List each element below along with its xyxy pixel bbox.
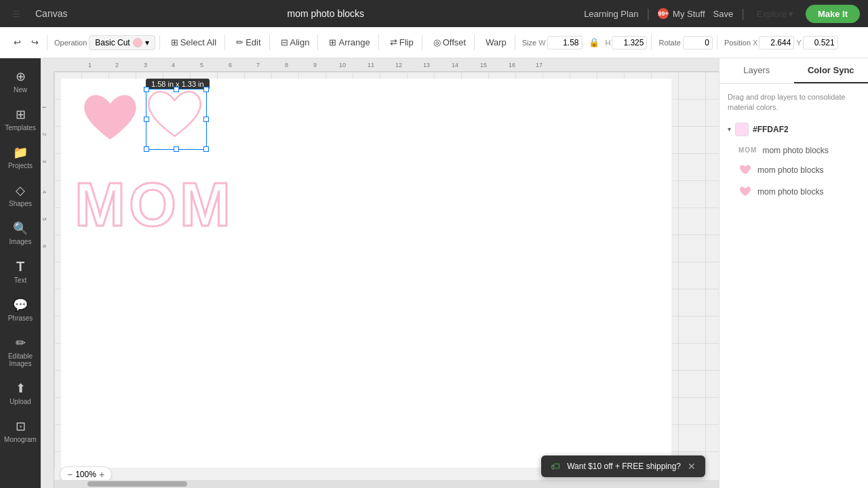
sidebar-item-text[interactable]: T Text bbox=[3, 253, 38, 289]
arrange-button[interactable]: ⊞ Arrange bbox=[325, 35, 374, 50]
flip-icon: ⇄ bbox=[390, 37, 397, 47]
selection-handle-bm[interactable] bbox=[174, 146, 179, 152]
tab-color-sync[interactable]: Color Sync bbox=[794, 58, 869, 83]
rotate-section: Rotate bbox=[654, 36, 717, 49]
edit-button[interactable]: ✏ Edit bbox=[232, 35, 264, 50]
document-title: mom photo blocks bbox=[78, 8, 573, 19]
width-label: W bbox=[538, 39, 545, 47]
monogram-icon: ⊡ bbox=[16, 419, 26, 434]
height-group: H bbox=[606, 36, 648, 49]
canvas-viewport[interactable]: 1.58 in x 1.33 in bbox=[54, 72, 719, 468]
canvas-area[interactable]: 1 2 3 4 5 6 7 8 9 10 11 12 13 14 15 16 1… bbox=[41, 58, 719, 488]
flip-button[interactable]: ⇄ Flip bbox=[386, 35, 418, 50]
phrases-icon: 💬 bbox=[13, 298, 28, 312]
horizontal-scrollbar[interactable] bbox=[54, 480, 719, 488]
sidebar-item-shapes[interactable]: ◇ Shapes bbox=[3, 178, 38, 213]
align-label: Align bbox=[290, 37, 310, 47]
chevron-down-icon: ▾ bbox=[728, 125, 731, 133]
my-stuff-button[interactable]: 99+ My Stuff bbox=[658, 8, 705, 19]
y-label: Y bbox=[796, 39, 801, 47]
sidebar-label-templates: Templates bbox=[5, 124, 36, 131]
explore-button[interactable]: Explore ▾ bbox=[753, 6, 797, 22]
color-group-swatch bbox=[735, 123, 749, 136]
menu-button[interactable]: ☰ bbox=[8, 6, 24, 22]
offset-button[interactable]: ◎ Offset bbox=[429, 35, 470, 50]
flip-section: ⇄ Flip bbox=[382, 35, 422, 50]
layer-name-1: mom photo blocks bbox=[762, 146, 828, 155]
x-input[interactable] bbox=[759, 36, 794, 49]
heart-1[interactable] bbox=[81, 92, 139, 149]
main-area: ⊕ New ⊞ Templates 📁 Projects ◇ Shapes 🔍 … bbox=[0, 58, 868, 488]
notification-icon: 🏷 bbox=[551, 461, 560, 472]
sidebar-label-projects: Projects bbox=[8, 162, 33, 169]
edit-section: ✏ Edit bbox=[228, 35, 269, 50]
canvas-label: Canvas bbox=[35, 8, 67, 19]
undo-button[interactable]: ↩ bbox=[9, 35, 25, 50]
selection-handle-br[interactable] bbox=[203, 146, 209, 152]
projects-icon: 📁 bbox=[13, 145, 28, 160]
zoom-out-button[interactable]: − bbox=[67, 469, 73, 480]
select-all-button[interactable]: ⊞ Select All bbox=[167, 35, 220, 50]
selection-handle-rm[interactable] bbox=[203, 117, 209, 122]
mom-text[interactable]: MOM bbox=[75, 170, 234, 240]
edit-icon: ✏ bbox=[236, 37, 243, 47]
undo-redo-section: ↩ ↪ bbox=[5, 35, 47, 50]
layer-item-2[interactable]: mom photo blocks bbox=[728, 159, 860, 181]
explore-label: Explore bbox=[757, 9, 787, 19]
layer-item-3[interactable]: mom photo blocks bbox=[728, 181, 860, 203]
color-group-header[interactable]: ▾ #FFDAF2 bbox=[728, 123, 860, 136]
layer-name-2: mom photo blocks bbox=[757, 165, 823, 175]
align-button[interactable]: ⊟ Align bbox=[277, 35, 314, 50]
save-button[interactable]: Save bbox=[713, 9, 734, 19]
upload-icon: ⬆ bbox=[16, 381, 26, 396]
operation-select[interactable]: Basic Cut ▾ bbox=[89, 35, 155, 50]
sidebar-item-editable-images[interactable]: ✏ Editable Images bbox=[3, 330, 38, 373]
height-input[interactable] bbox=[612, 36, 647, 49]
arrange-label: Arrange bbox=[338, 37, 370, 47]
sidebar-item-templates[interactable]: ⊞ Templates bbox=[3, 102, 38, 137]
width-input[interactable] bbox=[547, 36, 583, 49]
offset-section: ◎ Offset bbox=[425, 35, 475, 50]
warp-section: Warp bbox=[477, 35, 515, 50]
sidebar-item-images[interactable]: 🔍 Images bbox=[3, 216, 38, 251]
design-canvas[interactable]: 1.58 in x 1.33 in bbox=[61, 79, 671, 468]
tab-layers[interactable]: Layers bbox=[719, 58, 794, 83]
text-icon: T bbox=[16, 259, 24, 274]
select-all-label: Select All bbox=[180, 37, 216, 47]
lock-aspect-button[interactable]: 🔒 bbox=[585, 35, 604, 50]
zoom-in-button[interactable]: + bbox=[99, 469, 104, 480]
sidebar-label-phrases: Phrases bbox=[8, 314, 33, 322]
redo-button[interactable]: ↪ bbox=[27, 35, 43, 50]
ruler-corner bbox=[41, 58, 54, 72]
warp-button[interactable]: Warp bbox=[481, 35, 511, 50]
edit-label: Edit bbox=[245, 37, 260, 47]
selection-handle-bl[interactable] bbox=[144, 146, 149, 152]
width-group: W bbox=[538, 36, 582, 49]
scrollbar-thumb[interactable] bbox=[87, 481, 187, 487]
notification-close-button[interactable]: ✕ bbox=[688, 461, 696, 472]
make-it-button[interactable]: Make It bbox=[806, 5, 860, 23]
layer-item-1[interactable]: MOM mom photo blocks bbox=[728, 142, 860, 159]
canvas-content: 1.58 in x 1.33 in bbox=[61, 79, 671, 468]
select-all-icon: ⊞ bbox=[171, 37, 178, 47]
size-label: Size bbox=[522, 39, 536, 47]
sidebar-item-projects[interactable]: 📁 Projects bbox=[3, 140, 38, 175]
sidebar-item-phrases[interactable]: 💬 Phrases bbox=[3, 292, 38, 327]
select-all-section: ⊞ Select All bbox=[163, 35, 225, 50]
sidebar-item-monogram[interactable]: ⊡ Monogram bbox=[3, 413, 38, 449]
notification-badge: 99+ bbox=[658, 8, 669, 19]
position-section: Position X Y bbox=[720, 36, 842, 49]
ruler-vertical: 1 2 3 4 5 6 bbox=[41, 72, 54, 488]
sidebar-item-upload[interactable]: ⬆ Upload bbox=[3, 375, 38, 411]
warp-label: Warp bbox=[486, 37, 507, 47]
sidebar-label-editable-images: Editable Images bbox=[5, 352, 35, 367]
sidebar-label-images: Images bbox=[9, 238, 32, 245]
rotate-input[interactable] bbox=[683, 36, 713, 49]
y-input[interactable] bbox=[803, 36, 838, 49]
sidebar-item-new[interactable]: ⊕ New bbox=[3, 64, 38, 99]
learning-plan-button[interactable]: Learning Plan bbox=[584, 9, 638, 19]
chevron-down-icon: ▾ bbox=[789, 9, 793, 19]
images-icon: 🔍 bbox=[13, 221, 28, 236]
y-group: Y bbox=[796, 36, 837, 49]
heart-2-selected[interactable] bbox=[146, 89, 203, 146]
